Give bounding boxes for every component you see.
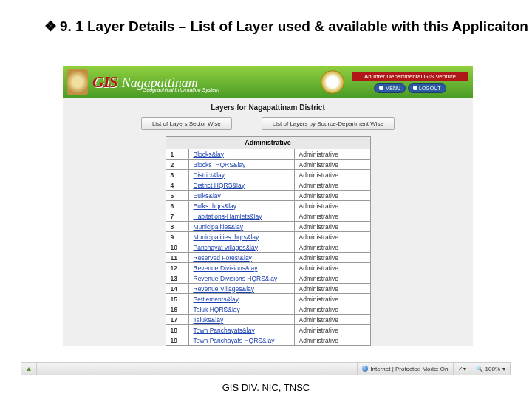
row-category: Administrative [294, 201, 370, 211]
zoom-icon: 🔍 [476, 366, 483, 372]
row-layer-link[interactable]: Revenue Divisions&lay [188, 263, 294, 273]
venture-label: An Inter Departmental GIS Venture [352, 72, 468, 81]
row-category: Administrative [294, 284, 370, 294]
row-number: 15 [166, 294, 188, 304]
row-category: Administrative [294, 315, 370, 325]
row-layer-link[interactable]: Taluks&lay [188, 315, 294, 325]
globe-icon [362, 366, 368, 372]
row-number: 19 [166, 335, 188, 346]
row-category: Administrative [294, 222, 370, 232]
row-category: Administrative [294, 253, 370, 263]
row-number: 3 [166, 170, 188, 180]
status-mode-text: Internet | Protected Mode: On [370, 366, 448, 372]
table-row: 1Blocks&layAdministrative [166, 149, 370, 160]
row-number: 17 [166, 315, 188, 325]
row-layer-link[interactable]: Reserved Forest&lay [188, 253, 294, 263]
row-layer-link[interactable]: Eulks_hqrs&lay [188, 201, 294, 211]
row-number: 6 [166, 201, 188, 211]
row-layer-link[interactable]: Habitations-Hamlets&lay [188, 211, 294, 222]
row-category: Administrative [294, 304, 370, 315]
table-row: 3District&layAdministrative [166, 170, 370, 180]
logout-button[interactable]: LOGOUT [408, 83, 446, 93]
status-zoom[interactable]: 🔍 100% ▾ [471, 363, 511, 375]
app-header: GIS Nagapattinam Geographical Informatio… [63, 66, 473, 98]
row-category: Administrative [294, 242, 370, 253]
slide-title: ❖9. 1 Layer Details – List of Layer used… [44, 18, 528, 35]
row-layer-link[interactable]: Municipalities_hqrs&lay [188, 232, 294, 242]
table-row: 14Revenue Villages&layAdministrative [166, 284, 370, 294]
table-row: 8Municipalities&layAdministrative [166, 222, 370, 232]
table-row: 6Eulks_hqrs&layAdministrative [166, 201, 370, 211]
chevron-down-icon: ▾ [502, 366, 505, 372]
row-category: Administrative [294, 160, 370, 170]
title-text: 9. 1 Layer Details – List of Layer used … [60, 18, 528, 34]
row-layer-link[interactable]: Revenue Villages&lay [188, 284, 294, 294]
table-row: 15Settlements&layAdministrative [166, 294, 370, 304]
table-row: 7Habitations-Hamlets&layAdministrative [166, 211, 370, 222]
row-layer-link[interactable]: Settlements&lay [188, 294, 294, 304]
row-number: 1 [166, 149, 188, 160]
status-extra1[interactable]: ✓▾ [454, 363, 471, 375]
menu-logout-row: MENU LOGOUT [352, 83, 468, 93]
row-number: 4 [166, 180, 188, 191]
bullet-icon: ❖ [44, 18, 57, 34]
table-row: 11Reserved Forest&layAdministrative [166, 253, 370, 263]
layers-table: Administrative 1Blocks&layAdministrative… [166, 136, 371, 346]
table-row: 4District HQRS&layAdministrative [166, 180, 370, 191]
row-layer-link[interactable]: Revenue Divisions HQRS&lay [188, 273, 294, 284]
row-layer-link[interactable]: District&lay [188, 170, 294, 180]
row-category: Administrative [294, 294, 370, 304]
table-wrap: Administrative 1Blocks&layAdministrative… [63, 136, 473, 346]
row-layer-link[interactable]: Municipalities&lay [188, 222, 294, 232]
row-layer-link[interactable]: Town Panchayats&lay [188, 325, 294, 335]
status-spacer [37, 363, 358, 375]
slide-footer: GIS DIV. NIC, TNSC [0, 382, 532, 393]
emblem-icon [67, 69, 88, 95]
row-number: 2 [166, 160, 188, 170]
seal-icon [321, 70, 344, 94]
table-row: 2Blocks_HQRS&layAdministrative [166, 160, 370, 170]
status-mode: Internet | Protected Mode: On [358, 363, 453, 375]
table-row: 17Taluks&layAdministrative [166, 315, 370, 325]
row-category: Administrative [294, 180, 370, 191]
row-layer-link[interactable]: Blocks&lay [188, 149, 294, 160]
logo-subtitle: Geographical Information System [143, 87, 219, 92]
logout-icon [413, 86, 417, 90]
status-done-icon [21, 363, 37, 375]
row-category: Administrative [294, 149, 370, 160]
table-row: 16Taluk HQRS&layAdministrative [166, 304, 370, 315]
row-number: 9 [166, 232, 188, 242]
menu-icon [379, 86, 383, 90]
page-title: Layers for Nagapattinam District [63, 100, 473, 115]
tab-sector-wise[interactable]: List of Layers Sector Wise [141, 117, 232, 130]
row-layer-link[interactable]: District HQRS&lay [188, 180, 294, 191]
row-layer-link[interactable]: Blocks_HQRS&lay [188, 160, 294, 170]
row-number: 11 [166, 253, 188, 263]
row-number: 13 [166, 273, 188, 284]
table-row: 9Municipalities_hqrs&layAdministrative [166, 232, 370, 242]
row-number: 12 [166, 263, 188, 273]
row-layer-link[interactable]: Panchayat villages&lay [188, 242, 294, 253]
row-category: Administrative [294, 263, 370, 273]
table-row: 19Town Panchayats HQRS&layAdministrative [166, 335, 370, 346]
row-layer-link[interactable]: Eulks&lay [188, 191, 294, 201]
row-layer-link[interactable]: Taluk HQRS&lay [188, 304, 294, 315]
row-number: 18 [166, 325, 188, 335]
content-area: Layers for Nagapattinam District List of… [63, 98, 473, 346]
row-category: Administrative [294, 211, 370, 222]
row-number: 16 [166, 304, 188, 315]
table-row: 13Revenue Divisions HQRS&layAdministrati… [166, 273, 370, 284]
row-number: 10 [166, 242, 188, 253]
tab-department-wise[interactable]: List of Layers by Source-Department Wise [262, 117, 395, 130]
row-layer-link[interactable]: Town Panchayats HQRS&lay [188, 335, 294, 346]
table-row: 5Eulks&layAdministrative [166, 191, 370, 201]
row-number: 14 [166, 284, 188, 294]
table-row: 18Town Panchayats&layAdministrative [166, 325, 370, 335]
row-category: Administrative [294, 325, 370, 335]
row-category: Administrative [294, 273, 370, 284]
menu-button[interactable]: MENU [374, 83, 406, 93]
row-category: Administrative [294, 335, 370, 346]
row-number: 5 [166, 191, 188, 201]
logo-gis: GIS [92, 72, 117, 92]
row-category: Administrative [294, 191, 370, 201]
